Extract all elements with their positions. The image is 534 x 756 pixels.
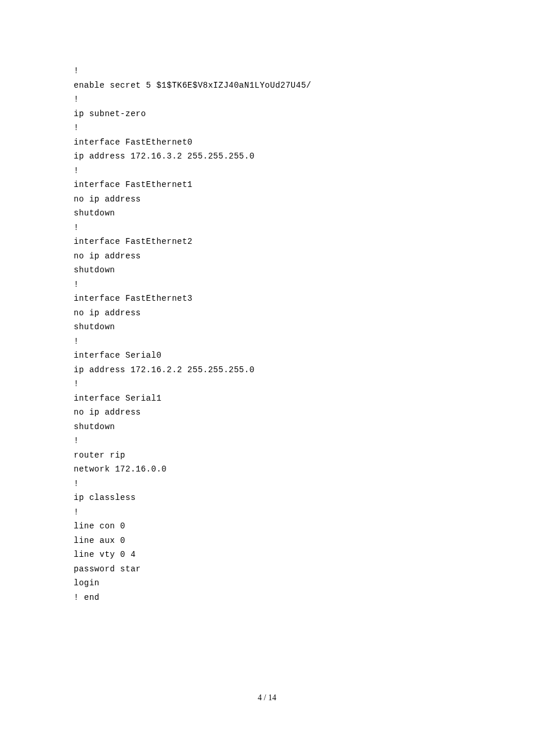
- config-line: shutdown: [74, 320, 534, 334]
- config-line: interface FastEthernet2: [74, 235, 534, 249]
- config-line: ip subnet-zero: [74, 107, 534, 121]
- config-line: interface Serial0: [74, 348, 534, 363]
- config-line: shutdown: [74, 206, 534, 221]
- config-line: line vty 0 4: [74, 548, 534, 562]
- config-line: login: [74, 576, 534, 591]
- config-line: interface Serial1: [74, 391, 534, 406]
- config-line: shutdown: [74, 420, 534, 434]
- config-line: !: [74, 377, 534, 391]
- config-line: ip address 172.16.2.2 255.255.255.0: [74, 363, 534, 377]
- config-line: enable secret 5 $1$TK6E$V8xIZJ40aN1LYoUd…: [74, 78, 534, 93]
- page-number: 4 / 14: [0, 693, 534, 703]
- config-line: no ip address: [74, 249, 534, 264]
- config-line: line con 0: [74, 519, 534, 534]
- config-line: !: [74, 278, 534, 292]
- config-line: !: [74, 121, 534, 135]
- config-line: !: [74, 434, 534, 448]
- config-line: !: [74, 164, 534, 178]
- page-content: ! enable secret 5 $1$TK6E$V8xIZJ40aN1LYo…: [0, 0, 534, 604]
- config-line: router rip: [74, 448, 534, 463]
- config-line: !: [74, 64, 534, 78]
- config-line: interface FastEthernet1: [74, 178, 534, 192]
- config-line: !: [74, 477, 534, 491]
- config-line: shutdown: [74, 263, 534, 278]
- config-line: interface FastEthernet3: [74, 291, 534, 306]
- config-line: !: [74, 334, 534, 349]
- config-line: no ip address: [74, 405, 534, 420]
- config-line: ip address 172.16.3.2 255.255.255.0: [74, 149, 534, 164]
- config-line: !: [74, 92, 534, 107]
- config-line: no ip address: [74, 306, 534, 321]
- config-line: ! end: [74, 591, 534, 605]
- config-line: !: [74, 505, 534, 520]
- config-line: password star: [74, 562, 534, 577]
- config-line: network 172.16.0.0: [74, 462, 534, 477]
- config-line: interface FastEthernet0: [74, 135, 534, 150]
- config-line: no ip address: [74, 192, 534, 207]
- config-line: ip classless: [74, 491, 534, 505]
- config-line: !: [74, 221, 534, 235]
- config-line: line aux 0: [74, 534, 534, 548]
